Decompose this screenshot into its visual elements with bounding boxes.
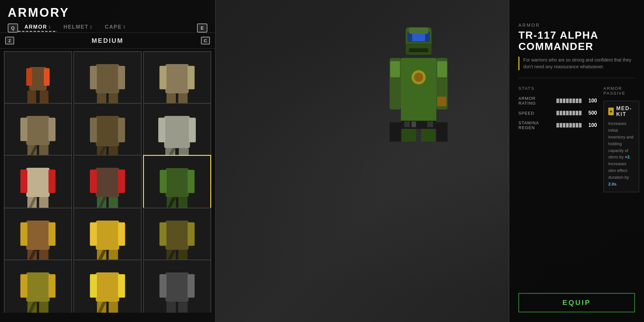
svg-rect-96	[401, 58, 436, 122]
svg-rect-69	[26, 272, 50, 302]
stat-armor-value: 100	[584, 98, 597, 104]
page-title: ARMORY	[8, 6, 207, 20]
svg-rect-107	[437, 97, 446, 106]
svg-rect-77	[118, 274, 125, 298]
svg-rect-91	[409, 48, 428, 52]
svg-rect-64	[159, 222, 166, 246]
stats-title: STATS	[518, 86, 597, 91]
svg-rect-83	[188, 274, 195, 298]
svg-rect-16	[20, 118, 27, 141]
left-panel: ARMORY Q ARMOR 1 HELMET 2 CAPE 3	[0, 0, 216, 322]
equip-button[interactable]: EQUIP	[518, 293, 635, 312]
passive-description: Increases initial inventory and holding …	[608, 120, 634, 187]
svg-rect-35	[49, 170, 56, 193]
svg-point-98	[414, 73, 423, 82]
stat-speed-bars	[556, 111, 582, 115]
tab-cape-underline	[99, 31, 132, 32]
svg-rect-22	[90, 118, 97, 142]
svg-rect-33	[26, 168, 50, 197]
passive-name: MED-KIT	[616, 106, 634, 117]
grid-cell-13[interactable]	[4, 260, 72, 313]
stats-section: STATS ARMOR RATING 100	[518, 86, 635, 192]
passive-icon: +	[608, 108, 614, 115]
svg-rect-63	[166, 221, 189, 250]
svg-rect-85	[178, 302, 188, 313]
svg-rect-105	[412, 121, 416, 127]
stats-left: STATS ARMOR RATING 100	[518, 86, 597, 192]
svg-rect-11	[159, 66, 166, 89]
c-key-button[interactable]: C	[201, 37, 210, 44]
stat-armor-bars	[556, 99, 582, 103]
svg-rect-17	[49, 118, 56, 141]
svg-marker-102	[390, 122, 401, 142]
passive-highlight-1: +2	[625, 155, 630, 159]
svg-rect-45	[166, 168, 189, 197]
stat-armor-label: ARMOR RATING	[518, 96, 554, 106]
svg-rect-70	[20, 274, 27, 298]
stat-stamina-value: 100	[584, 122, 597, 128]
e-key-button[interactable]: E	[197, 24, 207, 33]
category-bar: Z MEDIUM C	[0, 33, 215, 49]
stat-row-armor: ARMOR RATING 100	[518, 96, 597, 106]
tab-helmet-underline	[57, 31, 98, 32]
tab-armor-underline	[18, 31, 57, 32]
stats-right: ARMOR PASSIVE + MED-KIT Increases initia…	[603, 86, 639, 192]
svg-rect-1	[26, 68, 32, 86]
svg-rect-100	[402, 129, 416, 142]
svg-rect-75	[96, 272, 119, 302]
category-label: MEDIUM	[14, 37, 201, 44]
tab-armor[interactable]: ARMOR 1	[18, 24, 57, 32]
svg-rect-12	[188, 66, 195, 89]
character-figure	[357, 26, 480, 303]
armory-header: ARMORY	[0, 0, 215, 20]
svg-rect-89	[409, 27, 428, 34]
q-key-button[interactable]: Q	[8, 24, 18, 33]
svg-rect-88	[412, 33, 425, 41]
armor-grid	[0, 49, 215, 313]
svg-rect-41	[118, 170, 125, 193]
item-name: TR-117 ALPHA COMMANDER	[518, 30, 635, 52]
svg-rect-95	[437, 61, 447, 77]
svg-rect-76	[90, 274, 97, 298]
character-head	[401, 26, 436, 61]
svg-rect-52	[20, 222, 27, 246]
tab-bar: Q ARMOR 1 HELMET 2 CAPE 3 E	[0, 21, 215, 33]
svg-rect-53	[49, 222, 56, 246]
tab-cape[interactable]: CAPE 3	[99, 24, 132, 32]
svg-rect-57	[96, 221, 119, 250]
svg-rect-21	[96, 116, 119, 147]
info-panel: ARMOR TR-117 ALPHA COMMANDER For warrior…	[509, 0, 644, 322]
svg-rect-81	[166, 272, 189, 302]
svg-rect-46	[160, 170, 167, 193]
character-preview-area	[328, 0, 509, 322]
svg-rect-73	[39, 302, 49, 313]
svg-rect-40	[90, 170, 97, 193]
divider-1	[518, 78, 635, 78]
svg-rect-5	[96, 64, 119, 93]
tab-armor-number: 1	[48, 25, 51, 29]
svg-rect-34	[20, 170, 27, 193]
svg-rect-71	[49, 274, 56, 298]
svg-rect-106	[427, 121, 433, 127]
grid-cell-14[interactable]	[73, 260, 142, 313]
tab-helmet-number: 2	[90, 25, 92, 29]
svg-rect-47	[187, 170, 194, 193]
tab-helmet[interactable]: HELMET 2	[57, 24, 98, 32]
svg-rect-82	[159, 274, 166, 298]
tab-cape-number: 3	[123, 25, 125, 29]
stat-row-stamina: STAMINA REGEN 100	[518, 120, 597, 130]
character-torso	[390, 58, 448, 143]
passive-section-title: ARMOR PASSIVE	[603, 86, 639, 96]
grid-cell-15[interactable]	[143, 260, 211, 313]
stat-speed-value: 500	[584, 110, 597, 116]
svg-rect-29	[189, 118, 196, 142]
svg-rect-23	[118, 118, 125, 142]
svg-rect-84	[166, 302, 176, 313]
svg-rect-10	[166, 64, 189, 93]
svg-rect-93	[390, 61, 400, 77]
svg-rect-79	[109, 302, 118, 313]
z-key-button[interactable]: Z	[5, 37, 14, 44]
svg-rect-15	[26, 116, 50, 145]
svg-rect-58	[90, 222, 97, 246]
svg-rect-28	[158, 118, 166, 142]
